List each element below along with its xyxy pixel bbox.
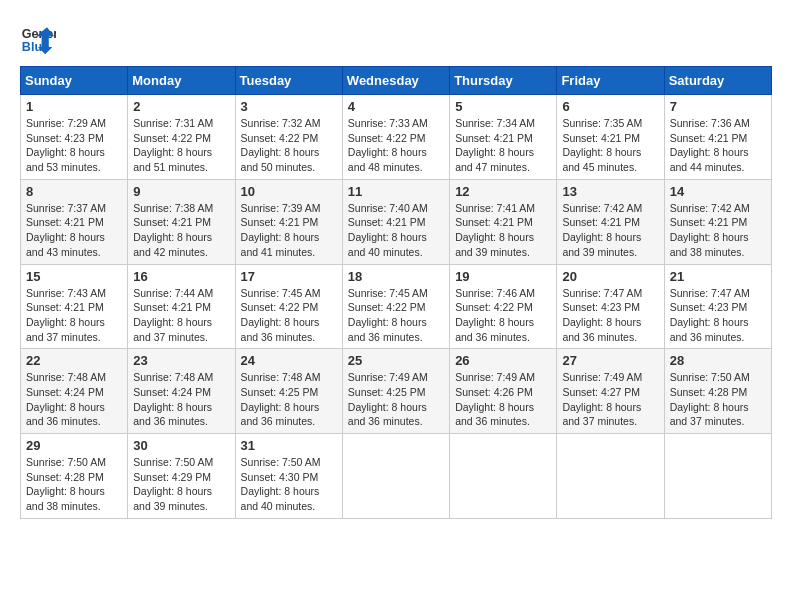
day-number: 14 [670, 184, 766, 199]
day-info: Sunrise: 7:49 AMSunset: 4:26 PMDaylight:… [455, 370, 551, 429]
calendar: SundayMondayTuesdayWednesdayThursdayFrid… [20, 66, 772, 519]
calendar-cell: 14 Sunrise: 7:42 AMSunset: 4:21 PMDaylig… [664, 179, 771, 264]
calendar-cell: 4 Sunrise: 7:33 AMSunset: 4:22 PMDayligh… [342, 95, 449, 180]
day-info: Sunrise: 7:50 AMSunset: 4:30 PMDaylight:… [241, 455, 337, 514]
calendar-cell: 11 Sunrise: 7:40 AMSunset: 4:21 PMDaylig… [342, 179, 449, 264]
day-number: 1 [26, 99, 122, 114]
day-number: 6 [562, 99, 658, 114]
calendar-cell: 9 Sunrise: 7:38 AMSunset: 4:21 PMDayligh… [128, 179, 235, 264]
day-info: Sunrise: 7:29 AMSunset: 4:23 PMDaylight:… [26, 116, 122, 175]
day-number: 25 [348, 353, 444, 368]
day-number: 16 [133, 269, 229, 284]
day-number: 21 [670, 269, 766, 284]
weekday-header-friday: Friday [557, 67, 664, 95]
day-number: 24 [241, 353, 337, 368]
day-info: Sunrise: 7:45 AMSunset: 4:22 PMDaylight:… [241, 286, 337, 345]
day-info: Sunrise: 7:32 AMSunset: 4:22 PMDaylight:… [241, 116, 337, 175]
day-info: Sunrise: 7:45 AMSunset: 4:22 PMDaylight:… [348, 286, 444, 345]
calendar-cell: 1 Sunrise: 7:29 AMSunset: 4:23 PMDayligh… [21, 95, 128, 180]
day-info: Sunrise: 7:39 AMSunset: 4:21 PMDaylight:… [241, 201, 337, 260]
day-number: 5 [455, 99, 551, 114]
day-number: 15 [26, 269, 122, 284]
weekday-header-monday: Monday [128, 67, 235, 95]
calendar-cell: 18 Sunrise: 7:45 AMSunset: 4:22 PMDaylig… [342, 264, 449, 349]
calendar-cell: 31 Sunrise: 7:50 AMSunset: 4:30 PMDaylig… [235, 434, 342, 519]
day-info: Sunrise: 7:42 AMSunset: 4:21 PMDaylight:… [562, 201, 658, 260]
calendar-cell: 29 Sunrise: 7:50 AMSunset: 4:28 PMDaylig… [21, 434, 128, 519]
day-number: 4 [348, 99, 444, 114]
calendar-cell [664, 434, 771, 519]
day-number: 23 [133, 353, 229, 368]
day-info: Sunrise: 7:35 AMSunset: 4:21 PMDaylight:… [562, 116, 658, 175]
calendar-cell [557, 434, 664, 519]
day-number: 11 [348, 184, 444, 199]
day-info: Sunrise: 7:47 AMSunset: 4:23 PMDaylight:… [670, 286, 766, 345]
weekday-header-sunday: Sunday [21, 67, 128, 95]
day-info: Sunrise: 7:33 AMSunset: 4:22 PMDaylight:… [348, 116, 444, 175]
calendar-cell: 30 Sunrise: 7:50 AMSunset: 4:29 PMDaylig… [128, 434, 235, 519]
day-number: 30 [133, 438, 229, 453]
weekday-header-saturday: Saturday [664, 67, 771, 95]
day-number: 29 [26, 438, 122, 453]
day-info: Sunrise: 7:50 AMSunset: 4:29 PMDaylight:… [133, 455, 229, 514]
calendar-cell: 3 Sunrise: 7:32 AMSunset: 4:22 PMDayligh… [235, 95, 342, 180]
calendar-cell: 24 Sunrise: 7:48 AMSunset: 4:25 PMDaylig… [235, 349, 342, 434]
calendar-cell: 17 Sunrise: 7:45 AMSunset: 4:22 PMDaylig… [235, 264, 342, 349]
day-number: 28 [670, 353, 766, 368]
calendar-cell: 20 Sunrise: 7:47 AMSunset: 4:23 PMDaylig… [557, 264, 664, 349]
day-info: Sunrise: 7:48 AMSunset: 4:25 PMDaylight:… [241, 370, 337, 429]
day-number: 7 [670, 99, 766, 114]
day-info: Sunrise: 7:36 AMSunset: 4:21 PMDaylight:… [670, 116, 766, 175]
day-info: Sunrise: 7:38 AMSunset: 4:21 PMDaylight:… [133, 201, 229, 260]
calendar-cell: 12 Sunrise: 7:41 AMSunset: 4:21 PMDaylig… [450, 179, 557, 264]
logo: General Blue [20, 20, 60, 56]
calendar-cell [342, 434, 449, 519]
calendar-cell: 10 Sunrise: 7:39 AMSunset: 4:21 PMDaylig… [235, 179, 342, 264]
day-info: Sunrise: 7:31 AMSunset: 4:22 PMDaylight:… [133, 116, 229, 175]
day-info: Sunrise: 7:48 AMSunset: 4:24 PMDaylight:… [26, 370, 122, 429]
calendar-cell: 25 Sunrise: 7:49 AMSunset: 4:25 PMDaylig… [342, 349, 449, 434]
day-info: Sunrise: 7:47 AMSunset: 4:23 PMDaylight:… [562, 286, 658, 345]
day-number: 20 [562, 269, 658, 284]
calendar-cell: 7 Sunrise: 7:36 AMSunset: 4:21 PMDayligh… [664, 95, 771, 180]
day-info: Sunrise: 7:37 AMSunset: 4:21 PMDaylight:… [26, 201, 122, 260]
day-number: 3 [241, 99, 337, 114]
day-info: Sunrise: 7:49 AMSunset: 4:25 PMDaylight:… [348, 370, 444, 429]
day-info: Sunrise: 7:42 AMSunset: 4:21 PMDaylight:… [670, 201, 766, 260]
day-info: Sunrise: 7:43 AMSunset: 4:21 PMDaylight:… [26, 286, 122, 345]
calendar-cell [450, 434, 557, 519]
calendar-cell: 6 Sunrise: 7:35 AMSunset: 4:21 PMDayligh… [557, 95, 664, 180]
day-info: Sunrise: 7:41 AMSunset: 4:21 PMDaylight:… [455, 201, 551, 260]
day-number: 18 [348, 269, 444, 284]
weekday-header-wednesday: Wednesday [342, 67, 449, 95]
header: General Blue [20, 20, 772, 56]
calendar-cell: 16 Sunrise: 7:44 AMSunset: 4:21 PMDaylig… [128, 264, 235, 349]
day-number: 31 [241, 438, 337, 453]
weekday-header-tuesday: Tuesday [235, 67, 342, 95]
day-number: 27 [562, 353, 658, 368]
logo-icon: General Blue [20, 20, 56, 56]
day-number: 10 [241, 184, 337, 199]
calendar-cell: 15 Sunrise: 7:43 AMSunset: 4:21 PMDaylig… [21, 264, 128, 349]
calendar-cell: 13 Sunrise: 7:42 AMSunset: 4:21 PMDaylig… [557, 179, 664, 264]
weekday-header-thursday: Thursday [450, 67, 557, 95]
day-info: Sunrise: 7:50 AMSunset: 4:28 PMDaylight:… [26, 455, 122, 514]
calendar-cell: 28 Sunrise: 7:50 AMSunset: 4:28 PMDaylig… [664, 349, 771, 434]
calendar-cell: 5 Sunrise: 7:34 AMSunset: 4:21 PMDayligh… [450, 95, 557, 180]
calendar-cell: 21 Sunrise: 7:47 AMSunset: 4:23 PMDaylig… [664, 264, 771, 349]
calendar-cell: 2 Sunrise: 7:31 AMSunset: 4:22 PMDayligh… [128, 95, 235, 180]
day-number: 22 [26, 353, 122, 368]
day-info: Sunrise: 7:44 AMSunset: 4:21 PMDaylight:… [133, 286, 229, 345]
day-number: 12 [455, 184, 551, 199]
calendar-cell: 22 Sunrise: 7:48 AMSunset: 4:24 PMDaylig… [21, 349, 128, 434]
day-info: Sunrise: 7:34 AMSunset: 4:21 PMDaylight:… [455, 116, 551, 175]
day-number: 2 [133, 99, 229, 114]
calendar-cell: 23 Sunrise: 7:48 AMSunset: 4:24 PMDaylig… [128, 349, 235, 434]
day-number: 17 [241, 269, 337, 284]
calendar-cell: 8 Sunrise: 7:37 AMSunset: 4:21 PMDayligh… [21, 179, 128, 264]
day-info: Sunrise: 7:49 AMSunset: 4:27 PMDaylight:… [562, 370, 658, 429]
day-info: Sunrise: 7:40 AMSunset: 4:21 PMDaylight:… [348, 201, 444, 260]
calendar-cell: 19 Sunrise: 7:46 AMSunset: 4:22 PMDaylig… [450, 264, 557, 349]
day-number: 13 [562, 184, 658, 199]
day-number: 26 [455, 353, 551, 368]
